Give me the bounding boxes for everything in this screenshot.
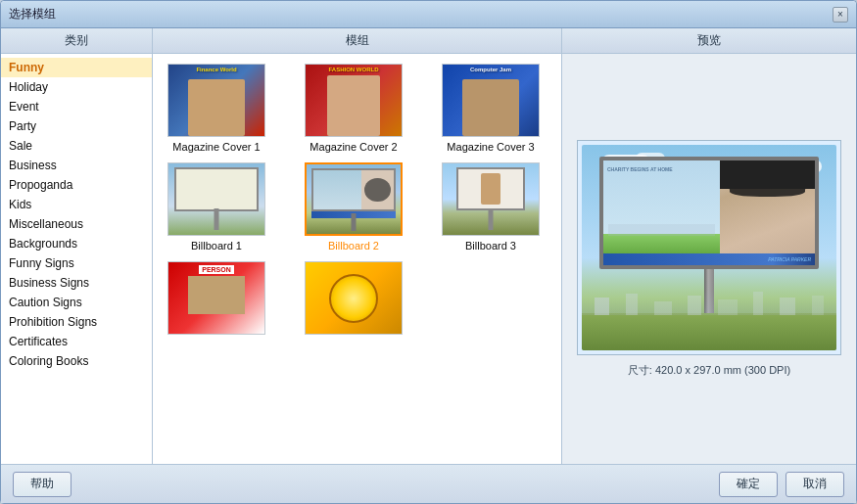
preview-panel: CHARITY BEGINS AT HOME	[562, 54, 856, 464]
sidebar-item-funny[interactable]: Funny	[1, 58, 152, 77]
title-bar: 选择模组 ×	[1, 1, 856, 28]
preview-size-text: 尺寸: 420.0 x 297.0 mm (300 DPI)	[628, 363, 790, 378]
module-thumb-person: PERSON	[167, 261, 265, 335]
column-headers: 类别 模组 预览	[1, 28, 856, 54]
footer: 帮助 確定 取消	[1, 464, 856, 503]
close-button[interactable]: ×	[833, 7, 848, 23]
header-category: 类别	[1, 28, 153, 53]
module-thumb-bill3	[442, 162, 540, 236]
sidebar-item-coloring-books[interactable]: Coloring Books	[1, 351, 152, 371]
cancel-button[interactable]: 取消	[786, 472, 844, 497]
sidebar-item-sale[interactable]: Sale	[1, 136, 152, 156]
sidebar-item-business[interactable]: Business	[1, 156, 152, 175]
module-mag3[interactable]: Computer Jam Magazine Cover 3	[437, 64, 545, 153]
sidebar-item-event[interactable]: Event	[1, 97, 152, 116]
module-thumb-mag2: FASHION WORLD	[305, 64, 403, 137]
sidebar-item-propoganda[interactable]: Propoganda	[1, 175, 152, 195]
module-bill2[interactable]: Billboard 2	[300, 162, 407, 252]
module-label-mag3: Magazine Cover 3	[447, 141, 534, 153]
module-award[interactable]	[300, 261, 407, 339]
module-label-mag1: Magazine Cover 1	[172, 141, 260, 153]
sidebar-item-caution-signs[interactable]: Caution Signs	[1, 293, 152, 312]
sidebar-item-holiday[interactable]: Holiday	[1, 77, 152, 97]
module-bill3[interactable]: Billboard 3	[437, 162, 545, 252]
modules-panel: Finance World Magazine Cover 1 FASHION W…	[153, 54, 562, 464]
module-mag2[interactable]: FASHION WORLD Magazine Cover 2	[300, 64, 407, 153]
sidebar-item-funny-signs[interactable]: Funny Signs	[1, 253, 152, 273]
sidebar-item-business-signs[interactable]: Business Signs	[1, 273, 152, 293]
footer-right: 確定 取消	[719, 472, 844, 497]
module-label-bill3: Billboard 3	[465, 240, 516, 252]
sidebar-item-certificates[interactable]: Certificates	[1, 332, 152, 351]
module-bill1[interactable]: Billboard 1	[163, 162, 270, 252]
sidebar-item-party[interactable]: Party	[1, 116, 152, 136]
footer-left: 帮助	[13, 472, 71, 497]
sidebar-item-backgrounds[interactable]: Backgrounds	[1, 234, 152, 253]
module-thumb-award	[305, 261, 403, 335]
module-label-bill2: Billboard 2	[328, 240, 379, 252]
content-area: Funny Holiday Event Party Sale Business …	[1, 54, 856, 464]
module-thumb-mag3: Computer Jam	[442, 64, 540, 137]
module-thumb-bill2	[305, 162, 403, 236]
dialog-title: 选择模组	[9, 6, 56, 23]
module-label-mag2: Magazine Cover 2	[309, 141, 397, 153]
module-person[interactable]: PERSON	[163, 261, 270, 339]
module-thumb-mag1: Finance World	[167, 64, 265, 137]
confirm-button[interactable]: 確定	[719, 472, 778, 497]
help-button[interactable]: 帮助	[13, 472, 71, 497]
sidebar-item-miscellaneous[interactable]: Miscellaneous	[1, 214, 152, 234]
module-label-bill1: Billboard 1	[191, 240, 242, 252]
preview-image: CHARITY BEGINS AT HOME	[577, 140, 841, 355]
module-mag1[interactable]: Finance World Magazine Cover 1	[163, 64, 270, 153]
category-panel: Funny Holiday Event Party Sale Business …	[1, 54, 153, 464]
sidebar-item-prohibition-signs[interactable]: Prohibition Signs	[1, 312, 152, 332]
module-thumb-bill1	[167, 162, 265, 236]
header-preview: 预览	[562, 28, 856, 53]
dialog: 选择模组 × 类别 模组 预览 Funny Holiday Event Part…	[0, 0, 857, 504]
header-modules: 模组	[153, 28, 562, 53]
sidebar-item-kids[interactable]: Kids	[1, 195, 152, 214]
